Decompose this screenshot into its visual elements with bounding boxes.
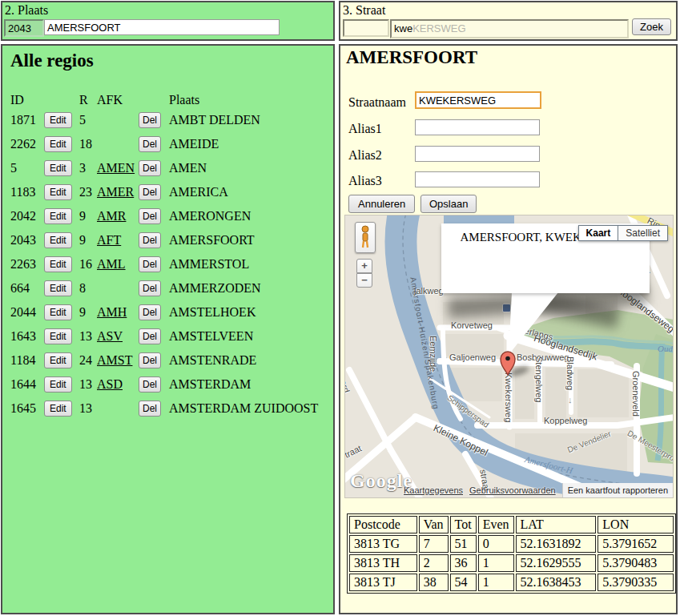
del-button[interactable]: Del — [139, 232, 161, 248]
annuleren-button[interactable]: Annuleren — [348, 195, 415, 213]
region-r: 8 — [79, 281, 97, 296]
postcode-row: 3813 TH236152.16295555.3790483 — [349, 554, 674, 572]
del-button[interactable]: Del — [139, 328, 161, 344]
gebruiksvoorwaarden-link[interactable]: Gebruiksvoorwaarden — [469, 485, 556, 495]
kaartgegevens-link[interactable]: Kaartgegevens — [404, 485, 463, 495]
postcode-cell: 3813 TJ — [349, 574, 417, 591]
region-id: 5 — [10, 161, 44, 175]
col-plaats: Plaats — [169, 93, 330, 107]
edit-button[interactable]: Edit — [44, 136, 72, 152]
pegman-icon — [360, 225, 371, 249]
straat-code-input[interactable] — [343, 19, 389, 37]
edit-button[interactable]: Edit — [44, 328, 72, 344]
afk-link[interactable]: AMER — [97, 185, 139, 199]
region-id: 2043 — [10, 233, 44, 248]
satelliet-button[interactable]: Satelliet — [618, 225, 668, 241]
postcode-row: 3813 TG751052.16318925.3791652 — [349, 535, 674, 553]
street-search-input[interactable]: kweKERSWEG — [390, 19, 629, 38]
afk-link[interactable]: AMR — [97, 209, 139, 223]
region-plaats: AMERICA — [169, 185, 330, 199]
del-button[interactable]: Del — [139, 112, 161, 128]
pegman-control[interactable] — [355, 222, 376, 253]
region-r: 13 — [79, 377, 97, 392]
alias2-label: Alias2 — [348, 148, 382, 163]
google-map[interactable]: jalkwegKorvetwegGaljoenwegBosbouwwegOver… — [344, 215, 674, 498]
afk-link[interactable]: AMH — [97, 305, 139, 320]
edit-button[interactable]: Edit — [44, 256, 72, 272]
postcode-cell: 5.3790483 — [598, 554, 674, 572]
zoek-button[interactable]: Zoek — [632, 18, 671, 35]
zoom-in-button[interactable]: + — [356, 259, 372, 273]
pc-col-van: Van — [419, 516, 449, 533]
del-button[interactable]: Del — [139, 376, 161, 393]
edit-button[interactable]: Edit — [44, 376, 72, 393]
region-plaats: AMERSFOORT — [169, 233, 330, 248]
opslaan-button[interactable]: Opslaan — [420, 195, 477, 213]
region-row: 2042 Edit 9 AMR Del AMERONGEN — [10, 204, 330, 228]
del-button[interactable]: Del — [139, 280, 161, 296]
postcode-cell: 5.3790335 — [598, 574, 674, 591]
map-marker[interactable] — [496, 347, 521, 379]
afk-link[interactable]: AFT — [97, 233, 139, 248]
afk-link[interactable]: AMST — [97, 353, 139, 368]
del-button[interactable]: Del — [139, 184, 161, 200]
edit-button[interactable]: Edit — [44, 352, 72, 368]
edit-button[interactable]: Edit — [44, 160, 72, 176]
postcode-header-row: PostcodeVanTotEvenLATLON — [349, 516, 674, 533]
pc-col-postcode: Postcode — [349, 516, 417, 533]
alias3-input[interactable] — [415, 171, 540, 187]
afk-link[interactable]: AML — [97, 257, 139, 272]
alias1-label: Alias1 — [348, 122, 382, 136]
region-plaats: AMSTELHOEK — [169, 305, 330, 320]
del-button[interactable]: Del — [139, 256, 161, 272]
edit-button[interactable]: Edit — [44, 280, 72, 296]
edit-button[interactable]: Edit — [44, 112, 72, 128]
postcode-cell: 52.1629555 — [516, 554, 597, 572]
edit-button[interactable]: Edit — [44, 232, 72, 248]
afk-link[interactable]: AMEN — [97, 161, 139, 175]
region-id: 2044 — [10, 305, 44, 320]
straatnaam-input[interactable] — [415, 91, 541, 109]
del-button[interactable]: Del — [139, 304, 161, 320]
region-id: 1871 — [10, 113, 44, 127]
del-button[interactable]: Del — [139, 208, 161, 224]
alias1-input[interactable] — [415, 119, 540, 135]
edit-button[interactable]: Edit — [44, 304, 72, 320]
map-type-control: Kaart Satelliet — [578, 225, 668, 241]
del-button[interactable]: Del — [139, 160, 161, 176]
straat-panel-title: 3. Straat — [343, 3, 385, 18]
region-row: 664 Edit 8 Del AMMERZODEN — [10, 276, 330, 300]
alias2-input[interactable] — [415, 146, 540, 162]
region-row: 5 Edit 3 AMEN Del AMEN — [10, 156, 330, 180]
plaats-id-input[interactable] — [4, 19, 44, 37]
del-button[interactable]: Del — [139, 401, 161, 417]
search-autocomplete-ghost: KERSWEG — [412, 22, 465, 34]
plaats-panel: 2. Plaats — [1, 1, 335, 41]
edit-button[interactable]: Edit — [44, 208, 72, 224]
afk-link[interactable]: ASV — [97, 329, 139, 344]
region-plaats: AMEIDE — [169, 137, 330, 151]
del-button[interactable]: Del — [139, 352, 161, 368]
edit-button[interactable]: Edit — [44, 401, 72, 417]
region-plaats: AMSTERDAM — [169, 377, 330, 392]
kaart-button[interactable]: Kaart — [578, 225, 618, 241]
region-row: 2263 Edit 16 AML Del AMMERSTOL — [10, 252, 330, 276]
region-r: 13 — [79, 401, 97, 416]
report-map-error-button[interactable]: Een kaartfout rapporteren — [562, 483, 673, 497]
region-id: 1183 — [10, 185, 44, 199]
search-typed-text: kwe — [394, 22, 412, 34]
region-row: 1871 Edit 5 Del AMBT DELDEN — [10, 108, 330, 132]
postcode-cell: 36 — [450, 554, 477, 572]
postcode-cell: 3813 TG — [349, 535, 417, 553]
del-button[interactable]: Del — [139, 136, 161, 152]
afk-link[interactable]: ASD — [97, 377, 139, 392]
region-plaats: AMEN — [169, 161, 330, 175]
plaats-name-input[interactable] — [44, 19, 280, 35]
postcode-cell: 52.1638453 — [516, 574, 597, 591]
region-plaats: AMSTENRADE — [169, 353, 330, 368]
region-id: 1645 — [10, 401, 44, 416]
straat-panel: 3. Straat kweKERSWEG Zoek — [339, 1, 678, 41]
edit-button[interactable]: Edit — [44, 184, 72, 200]
zoom-out-button[interactable]: − — [356, 273, 372, 288]
plaats-panel-title: 2. Plaats — [5, 3, 48, 18]
